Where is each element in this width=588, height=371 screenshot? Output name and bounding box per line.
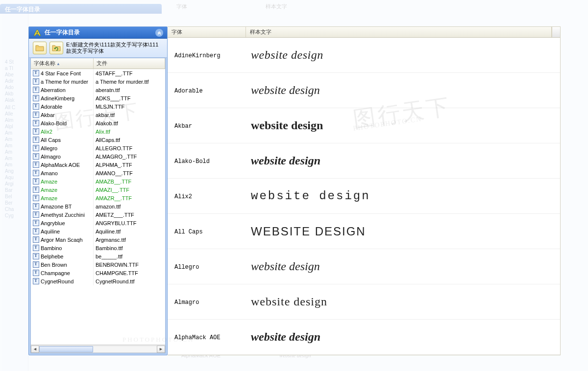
font-filename: aberatn.ttf [96, 87, 120, 93]
truetype-font-icon [33, 95, 39, 101]
preview-row[interactable]: Akbarwebsite design [168, 108, 560, 143]
browse-folder-button[interactable] [33, 42, 47, 54]
font-name: Amaze [41, 179, 57, 185]
table-row[interactable]: AllegroALLEGRO.TTF [31, 144, 165, 152]
table-row[interactable]: Aberrationaberatn.ttf [31, 86, 165, 94]
truetype-font-icon [33, 112, 39, 118]
font-filename: CHAMPGNE.TTF [96, 270, 138, 276]
font-name: Almagro [41, 154, 61, 160]
font-name: Allegro [41, 145, 57, 151]
table-row[interactable]: AlphaMack AOEALPHMA_.TTF [31, 161, 165, 169]
font-preview-panel: 字体 样本文字 AdineKirnbergwebsite designAdora… [168, 26, 561, 355]
truetype-font-icon [33, 261, 39, 268]
font-name: Amano [41, 170, 58, 176]
font-filename: AllCaps.ttf [96, 137, 120, 143]
table-row[interactable]: AmanoAMANO__.TTF [31, 169, 165, 177]
truetype-font-icon [33, 203, 39, 209]
font-filename: akbar.ttf [96, 112, 115, 118]
truetype-font-icon [33, 78, 39, 85]
preview-row[interactable]: Almagrowebsite design [168, 284, 560, 320]
table-row[interactable]: Amazone BTamazon.ttf [31, 202, 165, 210]
scroll-right-icon[interactable]: ► [157, 346, 165, 353]
font-name: Aberration [41, 87, 66, 93]
table-row[interactable]: CygnetRoundCygnetRound.ttf [31, 277, 165, 285]
truetype-font-icon [33, 270, 39, 276]
font-name: 4 Star Face Font [41, 70, 81, 76]
horizontal-scrollbar[interactable]: ◄ ► [31, 345, 165, 353]
preview-row[interactable]: AdineKirnbergwebsite design [168, 38, 560, 73]
font-filename: ALPHMA_.TTF [96, 162, 132, 168]
table-row[interactable]: Amethyst ZucchiniAMETZ___.TTF [31, 210, 165, 219]
preview-col-sample[interactable]: 样本文字 [246, 27, 552, 37]
folder-path-bar: E:\新建文件夹\111款英文手写字体\111款英文手写字体 [29, 39, 167, 58]
font-name: Amazone BT [41, 204, 72, 209]
font-name: Aquiline [41, 229, 60, 234]
truetype-font-icon [33, 211, 39, 218]
font-filename: AMANO__.TTF [96, 170, 133, 176]
font-filename: AMAZB__.TTF [96, 179, 131, 185]
table-row[interactable]: BambinoBambino.ttf [31, 244, 165, 252]
ghost-col-font: 字体 [176, 3, 187, 13]
ghost-col-sample: 样本文字 [266, 3, 287, 13]
collapse-icon[interactable] [155, 29, 163, 37]
preview-font-name: Almagro [168, 284, 246, 319]
table-row[interactable]: Akbarakbar.ttf [31, 111, 165, 119]
preview-row[interactable]: Alix2website design [168, 179, 560, 214]
preview-sample-text: website design [246, 249, 560, 284]
table-row[interactable]: Ben BrownBENBROWN.TTF [31, 260, 165, 269]
scroll-left-icon[interactable]: ◄ [31, 346, 39, 353]
preview-col-font[interactable]: 字体 [168, 27, 246, 37]
table-row[interactable]: AdineKimbergADKS___.TTF [31, 94, 165, 102]
preview-sample-text: website design [246, 73, 560, 108]
grid-body[interactable]: 4 Star Face Font4STAFF__.TTFa Theme for … [31, 69, 165, 345]
preview-sample-text: website design [246, 143, 560, 178]
truetype-font-icon [33, 137, 39, 143]
font-name: CygnetRound [41, 278, 74, 284]
refresh-folder-button[interactable] [49, 42, 63, 54]
preview-sample-text: website design [246, 108, 560, 143]
table-row[interactable]: AquilineAquiline.ttf [31, 227, 165, 235]
preview-body[interactable]: AdineKirnbergwebsite designAdorablewebsi… [168, 38, 560, 355]
truetype-font-icon [33, 278, 39, 284]
table-row[interactable]: AmazeAMAZI__.TTF [31, 186, 165, 194]
font-filename: Argmansc.ttf [96, 237, 126, 243]
col-font-name[interactable]: 字体名称▲ [31, 58, 94, 69]
table-row[interactable]: Alako-BoldAlakob.ttf [31, 119, 165, 127]
table-row[interactable]: 4 Star Face Font4STAFF__.TTF [31, 69, 165, 77]
col-file-name[interactable]: 文件 [94, 58, 165, 69]
preview-row[interactable]: All CapsWEBSITE DESIGN [168, 214, 560, 249]
font-name: Akbar [41, 112, 55, 118]
font-filename: Aquiline.ttf [96, 229, 121, 234]
table-row[interactable]: Argor Man ScaqhArgmansc.ttf [31, 235, 165, 244]
font-filename: Alakob.ttf [96, 120, 118, 126]
table-row[interactable]: Belphebebe_____.ttf [31, 252, 165, 260]
font-filename: ADKS___.TTF [96, 95, 131, 101]
font-filename: be_____.ttf [96, 254, 122, 259]
table-row[interactable]: Alix2Alix.ttf [31, 127, 165, 136]
table-row[interactable]: a Theme for murdera Theme for murder.ttf [31, 77, 165, 86]
preview-header: 字体 样本文字 [168, 27, 560, 38]
font-filename: ANGRYBLU.TTF [96, 220, 137, 226]
preview-row[interactable]: Adorablewebsite design [168, 73, 560, 108]
table-row[interactable]: AmazeAMAZB__.TTF [31, 177, 165, 186]
table-row[interactable]: AlmagroALMAGRO_.TTF [31, 152, 165, 161]
font-name: Belphebe [41, 254, 64, 259]
table-row[interactable]: ChampagneCHAMPGNE.TTF [31, 269, 165, 277]
scroll-thumb[interactable] [39, 346, 93, 352]
preview-row[interactable]: Alako-Boldwebsite design [168, 143, 560, 179]
font-filename: BENBROWN.TTF [96, 262, 139, 268]
preview-font-name: AdineKirnberg [168, 38, 246, 72]
scroll-track[interactable] [39, 346, 157, 353]
table-row[interactable]: AmazeAMAZR__.TTF [31, 194, 165, 202]
table-row[interactable]: AdorableMLSJN.TTF [31, 102, 165, 111]
table-row[interactable]: All CapsAllCaps.ttf [31, 136, 165, 144]
preview-sample-text: website design [246, 38, 560, 72]
panel-header[interactable]: 任一字体目录 [29, 27, 167, 39]
font-name: AdineKimberg [41, 95, 74, 101]
font-filename: CygnetRound.ttf [96, 278, 135, 284]
preview-sample-text: WEBSITE DESIGN [246, 214, 560, 249]
preview-row[interactable]: Allegrowebsite design [168, 249, 560, 284]
table-row[interactable]: AngryblueANGRYBLU.TTF [31, 219, 165, 227]
preview-row[interactable]: AlphaMack AOEwebsite design [168, 320, 560, 355]
truetype-font-icon [33, 186, 39, 193]
